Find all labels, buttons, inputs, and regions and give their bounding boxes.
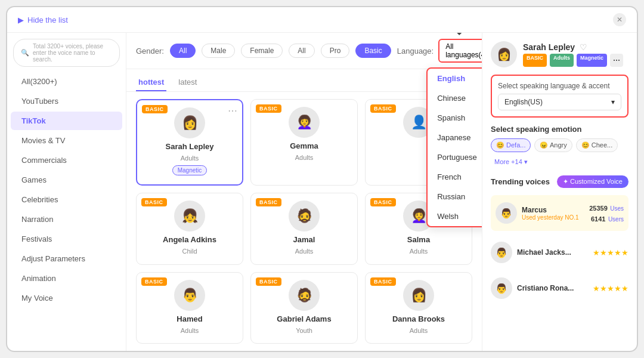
dropdown-item-french[interactable]: French (428, 167, 482, 187)
dropdown-item-english[interactable]: English (428, 69, 482, 88)
dropdown-item-chinese[interactable]: Chinese (428, 88, 482, 108)
gender-all-button[interactable]: All (170, 44, 196, 58)
voice-card-hamed[interactable]: BASIC 👨 Hamed Adults (136, 272, 243, 344)
main-container: ▶ Hide the list ✕ 🔍 Total 3200+ voices, … (6, 6, 638, 352)
voice-card-gabriel[interactable]: BASIC 🧔 Gabriel Adams Youth (250, 272, 358, 344)
trending-info-marcus: Marcus Used yesterday NO.1 (522, 206, 584, 221)
voice-card-gemma[interactable]: BASIC 👩‍🦱 Gemma Adults (250, 99, 358, 186)
avatar-hamed: 👨 (174, 280, 205, 311)
badge-basic: BASIC (142, 105, 168, 113)
trending-count-marcus: 25359 (589, 205, 608, 212)
emotion-label-0: Defa... (506, 141, 525, 149)
more-emotions-button[interactable]: More +14 ▾ (491, 156, 531, 168)
dropdown-item-portuguese[interactable]: Portuguese (428, 147, 482, 167)
sidebar-item-games[interactable]: Games (11, 171, 122, 189)
voice-name: Sarah Lepley (166, 142, 214, 151)
voice-type: Adults (181, 155, 199, 162)
badge-basic-sm: BASIC (523, 54, 547, 67)
tag-row: BASIC Adults Magnetic ⋯ (523, 54, 623, 67)
badge-basic: BASIC (370, 198, 396, 206)
trending-info-cristiano: Cristiano Rona... (517, 284, 588, 292)
selected-voice-name: Sarah Lepley (523, 42, 575, 52)
avatar-gabriel: 🧔 (289, 280, 320, 311)
voice-type: Adults (295, 154, 314, 161)
dropdown-item-japanese[interactable]: Japanese (428, 128, 482, 147)
right-panel: 👩 Sarah Lepley ♡ BASIC Adults Magnetic ⋯ (482, 33, 637, 351)
selected-voice-header: 👩 Sarah Lepley ♡ BASIC Adults Magnetic ⋯ (491, 41, 628, 67)
trending-unit-marcus: Uses (610, 205, 624, 212)
trending-marcus-row: 👨 Marcus Used yesterday NO.1 25359 Uses … (496, 199, 624, 227)
close-button[interactable]: ✕ (613, 13, 626, 26)
sidebar-item-myvoice[interactable]: My Voice (11, 289, 122, 307)
more-options-button[interactable]: ⋯ (610, 54, 623, 67)
sidebar-item-adjust[interactable]: Adjust Parameters (11, 249, 122, 268)
sidebar-item-commercials[interactable]: Commercials (11, 151, 122, 169)
badge-magnetic-sm: Magnetic (577, 54, 607, 67)
sidebar-item-narration[interactable]: Narration (11, 210, 122, 229)
tab-hottest[interactable]: hottest (136, 74, 166, 91)
hide-list-label: Hide the list (27, 16, 68, 24)
badge-basic: BASIC (370, 277, 396, 286)
voice-card-sarah[interactable]: BASIC ⋯ 👩 Sarah Lepley Adults Magnetic (136, 99, 243, 186)
customized-voice-button[interactable]: ✦ Customized Voice (557, 175, 628, 188)
trending-avatar-cristiano: 👨 (491, 277, 512, 299)
badge-basic: BASIC (256, 277, 281, 286)
sidebar-item-movies[interactable]: Movies & TV (11, 131, 122, 150)
voice-type: Adults (181, 327, 199, 334)
voice-type: Adults (410, 327, 428, 334)
language-select[interactable]: All languages(44+) ▲ (438, 39, 482, 63)
emotion-angry[interactable]: 😠 Angry (534, 138, 572, 152)
filter-bar: Gender: All Male Female All Pro Basic Se… (126, 33, 482, 69)
close-icon: ✕ (617, 16, 623, 24)
dropdown-item-russian[interactable]: Russian (428, 187, 482, 206)
voice-card-angela[interactable]: BASIC 👧 Angela Adkins Child (136, 193, 243, 264)
sidebar-item-animation[interactable]: Animation (11, 269, 122, 288)
language-dropdown: English Chinese Spanish Japanese Portugu… (426, 67, 482, 227)
voice-card-danna[interactable]: BASIC 👩 Danna Brooks Adults (365, 272, 472, 344)
sidebar-item-youtubers[interactable]: YouTubers (11, 92, 122, 110)
trending-avatar-michael: 👨 (491, 242, 512, 263)
type-basic-button[interactable]: Basic (355, 44, 391, 58)
voice-type: Adults (410, 248, 428, 255)
dropdown-item-welsh[interactable]: Welsh (428, 206, 482, 226)
trending-stats-marcus: 25359 Uses 6141 Users (589, 202, 624, 224)
trending-item-michael[interactable]: 👨 Michael Jacks... ★★★★★ (491, 238, 628, 267)
type-pro-button[interactable]: Pro (321, 44, 350, 58)
gender-male-button[interactable]: Male (202, 44, 235, 58)
emotion-label: Select speaking emotion (491, 125, 628, 134)
tab-latest[interactable]: latest (176, 74, 199, 91)
hide-list-button[interactable]: ▶ Hide the list (18, 16, 68, 24)
badge-basic: BASIC (141, 198, 167, 206)
emotion-cheer[interactable]: 😊 Chee... (576, 138, 618, 152)
trending-item-cristiano[interactable]: 👨 Cristiano Rona... ★★★★★ (491, 274, 628, 303)
badge-basic: BASIC (370, 104, 396, 113)
sidebar-item-festivals[interactable]: Festivals (11, 230, 122, 248)
sidebar-item-tiktok[interactable]: TikTok (11, 112, 122, 130)
dropdown-item-spanish[interactable]: Spanish (428, 108, 482, 128)
avatar-angela: 👧 (174, 200, 205, 232)
emotion-emoji-1: 😠 (540, 141, 548, 149)
main-panel: Gender: All Male Female All Pro Basic Se… (126, 33, 482, 351)
emotion-default[interactable]: 😊 Defa... (491, 138, 531, 152)
trending-sub-marcus: Used yesterday NO.1 (522, 214, 584, 221)
lang-accent-select[interactable]: English(US) ▾ (498, 94, 621, 110)
trending-count2-marcus: 6141 (591, 215, 605, 223)
sidebar-item-celebrities[interactable]: Celebrities (11, 190, 122, 209)
trending-item-marcus[interactable]: 👨 Marcus Used yesterday NO.1 25359 Uses … (491, 195, 628, 231)
emotion-emoji-2: 😊 (581, 141, 590, 149)
voice-type: Youth (296, 327, 312, 334)
search-box[interactable]: 🔍 Total 3200+ voices, please enter the v… (13, 39, 120, 67)
sidebar-item-all[interactable]: All(3200+) (11, 72, 122, 91)
emotion-section: Select speaking emotion 😊 Defa... 😠 Angr… (491, 125, 628, 168)
heart-icon[interactable]: ♡ (580, 42, 587, 52)
trending-name-michael: Michael Jacks... (517, 248, 588, 257)
voice-card-jamal[interactable]: BASIC 🧔 Jamal Adults (250, 193, 358, 264)
avatar-gemma: 👩‍🦱 (289, 107, 320, 138)
type-all-button[interactable]: All (289, 44, 314, 58)
card-menu-button[interactable]: ⋯ (228, 105, 237, 116)
gender-female-button[interactable]: Female (241, 44, 283, 58)
emotion-emoji-0: 😊 (496, 141, 504, 149)
voice-name: Hamed (177, 314, 202, 323)
trending-header: Trending voices ✦ Customized Voice (491, 175, 628, 188)
trending-label: Trending voices (491, 177, 550, 186)
